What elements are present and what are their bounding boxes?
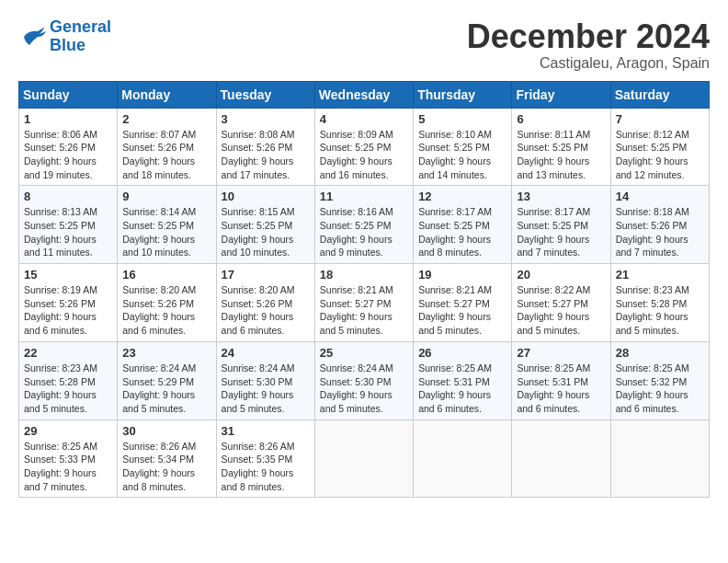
calendar-cell-20: 20Sunrise: 8:22 AMSunset: 5:27 PMDayligh…	[512, 264, 610, 342]
calendar-cell-7: 7Sunrise: 8:12 AMSunset: 5:25 PMDaylight…	[610, 108, 709, 186]
calendar-cell-5: 5Sunrise: 8:10 AMSunset: 5:25 PMDaylight…	[414, 108, 512, 186]
calendar-cell-12: 12Sunrise: 8:17 AMSunset: 5:25 PMDayligh…	[414, 186, 512, 264]
calendar-cell-25: 25Sunrise: 8:24 AMSunset: 5:30 PMDayligh…	[314, 341, 413, 419]
calendar-cell-28: 28Sunrise: 8:25 AMSunset: 5:32 PMDayligh…	[610, 341, 709, 419]
calendar-cell-empty	[610, 419, 709, 498]
calendar-cell-8: 8Sunrise: 8:13 AMSunset: 5:25 PMDaylight…	[19, 186, 118, 264]
header-saturday: Saturday	[610, 81, 709, 108]
calendar-cell-15: 15Sunrise: 8:19 AMSunset: 5:26 PMDayligh…	[19, 264, 118, 342]
calendar-cell-3: 3Sunrise: 8:08 AMSunset: 5:26 PMDaylight…	[216, 108, 314, 186]
header-tuesday: Tuesday	[216, 81, 314, 108]
calendar-week-1: 1Sunrise: 8:06 AMSunset: 5:26 PMDaylight…	[19, 108, 710, 186]
calendar-cell-29: 29Sunrise: 8:25 AMSunset: 5:33 PMDayligh…	[19, 419, 118, 498]
calendar-cell-2: 2Sunrise: 8:07 AMSunset: 5:26 PMDaylight…	[118, 108, 216, 186]
title-area: December 2024 Castigaleu, Aragon, Spain	[467, 18, 710, 72]
calendar-cell-31: 31Sunrise: 8:26 AMSunset: 5:35 PMDayligh…	[216, 419, 314, 498]
calendar-header-row: Sunday Monday Tuesday Wednesday Thursday…	[19, 81, 710, 108]
calendar-cell-1: 1Sunrise: 8:06 AMSunset: 5:26 PMDaylight…	[19, 108, 118, 186]
calendar-cell-empty	[314, 419, 413, 498]
calendar-cell-10: 10Sunrise: 8:15 AMSunset: 5:25 PMDayligh…	[216, 186, 314, 264]
calendar-cell-9: 9Sunrise: 8:14 AMSunset: 5:25 PMDaylight…	[118, 186, 216, 264]
calendar-week-2: 8Sunrise: 8:13 AMSunset: 5:25 PMDaylight…	[19, 186, 710, 264]
calendar-cell-22: 22Sunrise: 8:23 AMSunset: 5:28 PMDayligh…	[19, 341, 118, 419]
calendar-cell-17: 17Sunrise: 8:20 AMSunset: 5:26 PMDayligh…	[216, 264, 314, 342]
calendar-cell-16: 16Sunrise: 8:20 AMSunset: 5:26 PMDayligh…	[118, 264, 216, 342]
calendar-cell-19: 19Sunrise: 8:21 AMSunset: 5:27 PMDayligh…	[414, 264, 512, 342]
logo-text: General Blue	[50, 18, 111, 55]
month-title: December 2024	[467, 18, 710, 55]
logo: General Blue	[18, 18, 111, 55]
calendar-cell-13: 13Sunrise: 8:17 AMSunset: 5:25 PMDayligh…	[512, 186, 610, 264]
calendar-cell-empty	[414, 419, 512, 498]
calendar-cell-26: 26Sunrise: 8:25 AMSunset: 5:31 PMDayligh…	[414, 341, 512, 419]
logo-icon	[18, 26, 46, 48]
calendar-cell-11: 11Sunrise: 8:16 AMSunset: 5:25 PMDayligh…	[314, 186, 413, 264]
page-header: General Blue December 2024 Castigaleu, A…	[18, 18, 710, 72]
calendar-cell-empty	[512, 419, 610, 498]
header-thursday: Thursday	[414, 81, 512, 108]
calendar-cell-27: 27Sunrise: 8:25 AMSunset: 5:31 PMDayligh…	[512, 341, 610, 419]
calendar-cell-14: 14Sunrise: 8:18 AMSunset: 5:26 PMDayligh…	[610, 186, 709, 264]
calendar-week-3: 15Sunrise: 8:19 AMSunset: 5:26 PMDayligh…	[19, 264, 710, 342]
header-monday: Monday	[118, 81, 216, 108]
header-sunday: Sunday	[19, 81, 118, 108]
header-wednesday: Wednesday	[314, 81, 413, 108]
calendar-week-5: 29Sunrise: 8:25 AMSunset: 5:33 PMDayligh…	[19, 419, 710, 498]
calendar-cell-18: 18Sunrise: 8:21 AMSunset: 5:27 PMDayligh…	[314, 264, 413, 342]
location-title: Castigaleu, Aragon, Spain	[467, 55, 710, 72]
calendar-cell-21: 21Sunrise: 8:23 AMSunset: 5:28 PMDayligh…	[610, 264, 709, 342]
calendar-cell-30: 30Sunrise: 8:26 AMSunset: 5:34 PMDayligh…	[118, 419, 216, 498]
header-friday: Friday	[512, 81, 610, 108]
calendar-week-4: 22Sunrise: 8:23 AMSunset: 5:28 PMDayligh…	[19, 341, 710, 419]
calendar-cell-6: 6Sunrise: 8:11 AMSunset: 5:25 PMDaylight…	[512, 108, 610, 186]
calendar-cell-4: 4Sunrise: 8:09 AMSunset: 5:25 PMDaylight…	[314, 108, 413, 186]
calendar-cell-23: 23Sunrise: 8:24 AMSunset: 5:29 PMDayligh…	[118, 341, 216, 419]
calendar-table: Sunday Monday Tuesday Wednesday Thursday…	[18, 81, 710, 499]
calendar-cell-24: 24Sunrise: 8:24 AMSunset: 5:30 PMDayligh…	[216, 341, 314, 419]
